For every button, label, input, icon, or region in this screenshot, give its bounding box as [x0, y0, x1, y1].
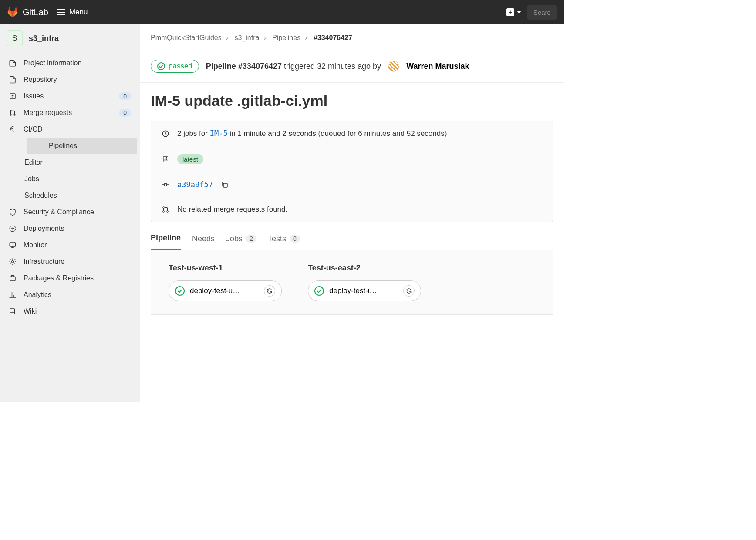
- sidebar-item-analytics[interactable]: Analytics: [0, 287, 140, 303]
- sidebar-item-repository[interactable]: Repository: [0, 71, 140, 88]
- rocket-icon: [9, 125, 17, 133]
- pipeline-info-well: 2 jobs for IM-5 in 1 minute and 2 second…: [151, 121, 553, 222]
- flag-icon: [162, 155, 169, 163]
- svg-point-11: [163, 207, 164, 208]
- stage-column: Test-us-west-1 deploy-test-u…: [169, 263, 282, 301]
- pipeline-status-row: passed Pipeline #334076427 triggered 32 …: [140, 50, 564, 83]
- copy-icon[interactable]: [221, 181, 229, 189]
- tab-jobs[interactable]: Jobs2: [226, 233, 256, 250]
- tab-pipeline[interactable]: Pipeline: [151, 233, 181, 250]
- chart-icon: [9, 291, 17, 299]
- check-circle-icon: [157, 62, 165, 70]
- retry-icon[interactable]: [403, 285, 415, 297]
- sidebar-item-schedules[interactable]: Schedules: [24, 187, 140, 204]
- svg-rect-5: [10, 243, 16, 246]
- svg-point-9: [164, 183, 167, 186]
- latest-badge: latest: [177, 154, 203, 164]
- menu-label: Menu: [69, 8, 88, 17]
- project-header[interactable]: S s3_infra: [0, 24, 140, 52]
- retry-icon[interactable]: [264, 285, 275, 297]
- branch-link[interactable]: IM-5: [210, 129, 228, 138]
- sidebar-item-deployments[interactable]: Deployments: [0, 220, 140, 237]
- crumb-group[interactable]: PmmQuickStartGuides: [151, 34, 222, 41]
- pipeline-id-text: Pipeline #334076427 triggered 32 minutes…: [206, 62, 381, 71]
- issues-icon: [9, 92, 17, 100]
- svg-point-13: [167, 211, 168, 212]
- triggerer-name[interactable]: Warren Marusiak: [406, 62, 469, 71]
- gitlab-logo[interactable]: GitLab: [7, 7, 48, 18]
- sidebar-item-monitor[interactable]: Monitor: [0, 237, 140, 253]
- sidebar-item-cicd[interactable]: CI/CD: [0, 121, 140, 138]
- stage-name: Test-us-west-1: [169, 263, 282, 273]
- tag-row: latest: [151, 146, 553, 172]
- sidebar-item-packages[interactable]: Packages & Registries: [0, 270, 140, 287]
- monitor-icon: [9, 241, 17, 249]
- svg-point-3: [14, 114, 15, 115]
- crumb-current: #334076427: [314, 34, 352, 41]
- info-icon: [9, 59, 17, 67]
- svg-rect-10: [223, 183, 227, 187]
- sidebar-item-wiki[interactable]: Wiki: [0, 303, 140, 320]
- issues-count-badge: 0: [119, 92, 131, 100]
- sidebar: S s3_infra Project information Repositor…: [0, 24, 140, 402]
- svg-point-12: [163, 211, 164, 212]
- sidebar-item-infrastructure[interactable]: Infrastructure: [0, 253, 140, 270]
- jobs-summary-row: 2 jobs for IM-5 in 1 minute and 2 second…: [151, 121, 553, 146]
- breadcrumb: PmmQuickStartGuides› s3_infra› Pipelines…: [140, 34, 564, 50]
- search-input[interactable]: Searc: [527, 5, 557, 20]
- sidebar-item-editor[interactable]: Editor: [24, 154, 140, 171]
- project-avatar: S: [7, 30, 23, 46]
- cicd-submenu: Pipelines Editor Jobs Schedules: [0, 138, 140, 204]
- commit-sha-link[interactable]: a39a9f57: [177, 180, 213, 189]
- svg-rect-0: [10, 94, 15, 99]
- project-name: s3_infra: [29, 34, 59, 43]
- svg-point-6: [12, 261, 14, 263]
- crumb-project[interactable]: s3_infra: [235, 34, 260, 41]
- clock-icon: [162, 130, 169, 138]
- file-icon: [9, 76, 17, 84]
- pipeline-tabs: Pipeline Needs Jobs2 Tests0: [140, 222, 564, 250]
- shield-icon: [9, 208, 17, 216]
- tab-needs[interactable]: Needs: [192, 233, 215, 250]
- top-navbar: GitLab Menu + Searc: [0, 0, 564, 24]
- mr-row: No related merge requests found.: [151, 197, 553, 222]
- sidebar-item-project-info[interactable]: Project information: [0, 55, 140, 71]
- job-pill[interactable]: deploy-test-u…: [169, 280, 282, 301]
- menu-button[interactable]: Menu: [57, 8, 88, 17]
- commit-icon: [162, 181, 169, 189]
- book-icon: [9, 307, 17, 315]
- sidebar-item-jobs[interactable]: Jobs: [24, 171, 140, 187]
- status-badge-passed: passed: [151, 60, 199, 73]
- sidebar-item-pipelines[interactable]: Pipelines: [27, 138, 137, 154]
- commit-row: a39a9f57: [151, 172, 553, 197]
- svg-point-1: [10, 110, 11, 111]
- job-pill[interactable]: deploy-test-u…: [308, 280, 421, 301]
- brand-text: GitLab: [23, 7, 48, 17]
- pipeline-graph: Test-us-west-1 deploy-test-u… Test-us-ea…: [151, 250, 553, 315]
- avatar[interactable]: [388, 61, 399, 72]
- tab-tests[interactable]: Tests0: [268, 233, 300, 250]
- svg-rect-7: [10, 277, 15, 281]
- merge-request-icon: [162, 206, 169, 213]
- package-icon: [9, 274, 17, 282]
- mr-text: No related merge requests found.: [177, 205, 287, 214]
- new-dropdown[interactable]: +: [506, 8, 521, 16]
- sidebar-item-issues[interactable]: Issues 0: [0, 88, 140, 105]
- page-title: IM-5 update .gitlab-ci.yml: [140, 83, 564, 121]
- stage-column: Test-us-east-2 deploy-test-u…: [308, 263, 421, 301]
- main-content: PmmQuickStartGuides› s3_infra› Pipelines…: [140, 24, 564, 402]
- sidebar-item-security[interactable]: Security & Compliance: [0, 204, 140, 220]
- merge-icon: [9, 109, 17, 117]
- crumb-pipelines[interactable]: Pipelines: [272, 34, 300, 41]
- topbar-right: + Searc: [506, 5, 557, 20]
- sidebar-item-merge-requests[interactable]: Merge requests 0: [0, 105, 140, 121]
- mr-count-badge: 0: [119, 109, 131, 117]
- sidebar-nav: Project information Repository Issues 0 …: [0, 52, 140, 322]
- hamburger-icon: [57, 9, 65, 15]
- chevron-down-icon: [517, 11, 521, 14]
- job-status-icon: [175, 286, 185, 296]
- plus-icon: +: [506, 8, 514, 16]
- stage-name: Test-us-east-2: [308, 263, 421, 273]
- deploy-icon: [9, 225, 17, 233]
- gitlab-icon: [7, 7, 18, 18]
